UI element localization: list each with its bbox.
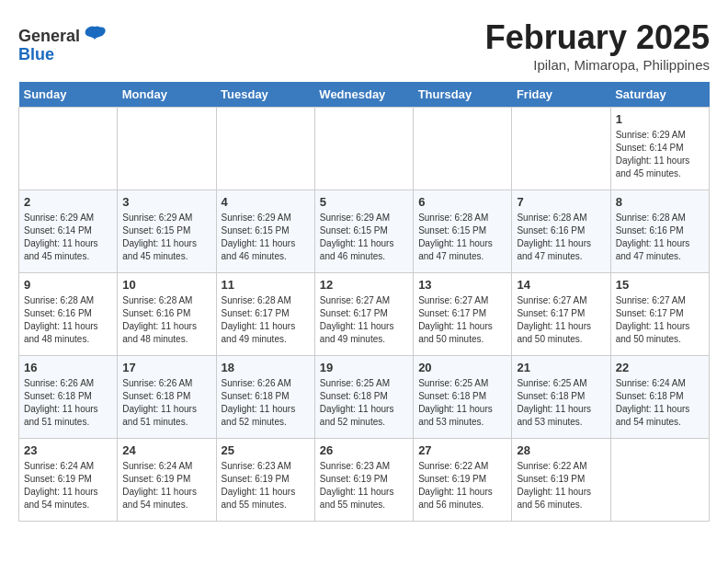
day-header-thursday: Thursday bbox=[414, 82, 512, 108]
cell-content: Sunrise: 6:27 AM Sunset: 6:17 PM Dayligh… bbox=[616, 294, 704, 346]
location-subtitle: Ipilan, Mimaropa, Philippines bbox=[485, 57, 710, 73]
cell-content: Sunrise: 6:25 AM Sunset: 6:18 PM Dayligh… bbox=[418, 377, 506, 429]
month-year-title: February 2025 bbox=[485, 18, 710, 57]
calendar-cell bbox=[610, 439, 709, 522]
day-number: 13 bbox=[418, 278, 506, 292]
logo: General Blue bbox=[18, 23, 109, 64]
cell-content: Sunrise: 6:27 AM Sunset: 6:17 PM Dayligh… bbox=[418, 294, 506, 346]
logo-general-text: General bbox=[18, 27, 80, 46]
calendar-cell: 6Sunrise: 6:28 AM Sunset: 6:15 PM Daylig… bbox=[414, 190, 512, 273]
calendar-cell: 19Sunrise: 6:25 AM Sunset: 6:18 PM Dayli… bbox=[314, 356, 413, 439]
cell-content: Sunrise: 6:24 AM Sunset: 6:19 PM Dayligh… bbox=[24, 460, 112, 511]
day-number: 14 bbox=[517, 278, 605, 292]
cell-content: Sunrise: 6:28 AM Sunset: 6:16 PM Dayligh… bbox=[24, 294, 112, 346]
cell-content: Sunrise: 6:25 AM Sunset: 6:18 PM Dayligh… bbox=[320, 377, 408, 429]
cell-content: Sunrise: 6:22 AM Sunset: 6:19 PM Dayligh… bbox=[517, 460, 605, 511]
cell-content: Sunrise: 6:26 AM Sunset: 6:18 PM Dayligh… bbox=[122, 377, 210, 429]
day-number: 2 bbox=[24, 195, 112, 209]
day-number: 10 bbox=[122, 278, 210, 292]
cell-content: Sunrise: 6:25 AM Sunset: 6:18 PM Dayligh… bbox=[517, 377, 605, 429]
day-header-friday: Friday bbox=[512, 82, 610, 108]
page-header: General Blue February 2025 Ipilan, Mimar… bbox=[18, 18, 710, 73]
day-number: 5 bbox=[320, 195, 408, 209]
cell-content: Sunrise: 6:28 AM Sunset: 6:15 PM Dayligh… bbox=[418, 212, 506, 263]
calendar-cell: 3Sunrise: 6:29 AM Sunset: 6:15 PM Daylig… bbox=[118, 190, 216, 273]
calendar-week-row: 16Sunrise: 6:26 AM Sunset: 6:18 PM Dayli… bbox=[19, 356, 710, 439]
cell-content: Sunrise: 6:29 AM Sunset: 6:14 PM Dayligh… bbox=[24, 212, 112, 263]
cell-content: Sunrise: 6:24 AM Sunset: 6:19 PM Dayligh… bbox=[122, 460, 210, 511]
day-number: 18 bbox=[222, 361, 310, 374]
day-header-saturday: Saturday bbox=[610, 82, 709, 108]
calendar-table: SundayMondayTuesdayWednesdayThursdayFrid… bbox=[18, 82, 710, 522]
cell-content: Sunrise: 6:26 AM Sunset: 6:18 PM Dayligh… bbox=[222, 377, 310, 429]
day-number: 26 bbox=[320, 443, 408, 457]
calendar-week-row: 23Sunrise: 6:24 AM Sunset: 6:19 PM Dayli… bbox=[19, 439, 710, 522]
calendar-cell: 14Sunrise: 6:27 AM Sunset: 6:17 PM Dayli… bbox=[512, 273, 610, 356]
day-number: 17 bbox=[122, 361, 210, 374]
calendar-cell: 22Sunrise: 6:24 AM Sunset: 6:18 PM Dayli… bbox=[610, 356, 709, 439]
cell-content: Sunrise: 6:23 AM Sunset: 6:19 PM Dayligh… bbox=[320, 460, 408, 511]
calendar-week-row: 1Sunrise: 6:29 AM Sunset: 6:14 PM Daylig… bbox=[19, 108, 710, 190]
day-header-wednesday: Wednesday bbox=[314, 82, 413, 108]
calendar-cell: 23Sunrise: 6:24 AM Sunset: 6:19 PM Dayli… bbox=[19, 439, 118, 522]
day-number: 22 bbox=[616, 361, 704, 374]
cell-content: Sunrise: 6:23 AM Sunset: 6:19 PM Dayligh… bbox=[222, 460, 310, 511]
day-number: 9 bbox=[24, 278, 112, 292]
calendar-cell: 20Sunrise: 6:25 AM Sunset: 6:18 PM Dayli… bbox=[414, 356, 512, 439]
calendar-cell: 16Sunrise: 6:26 AM Sunset: 6:18 PM Dayli… bbox=[19, 356, 118, 439]
calendar-week-row: 2Sunrise: 6:29 AM Sunset: 6:14 PM Daylig… bbox=[19, 190, 710, 273]
day-number: 15 bbox=[616, 278, 704, 292]
cell-content: Sunrise: 6:28 AM Sunset: 6:16 PM Dayligh… bbox=[122, 294, 210, 346]
cell-content: Sunrise: 6:29 AM Sunset: 6:15 PM Dayligh… bbox=[122, 212, 210, 263]
calendar-cell: 26Sunrise: 6:23 AM Sunset: 6:19 PM Dayli… bbox=[314, 439, 413, 522]
day-number: 25 bbox=[222, 443, 310, 457]
calendar-cell bbox=[216, 108, 314, 190]
calendar-cell: 15Sunrise: 6:27 AM Sunset: 6:17 PM Dayli… bbox=[610, 273, 709, 356]
day-number: 28 bbox=[517, 443, 605, 457]
calendar-header-row: SundayMondayTuesdayWednesdayThursdayFrid… bbox=[19, 82, 710, 108]
calendar-cell: 18Sunrise: 6:26 AM Sunset: 6:18 PM Dayli… bbox=[216, 356, 314, 439]
day-header-tuesday: Tuesday bbox=[216, 82, 314, 108]
logo-bird-icon bbox=[82, 23, 108, 49]
calendar-cell: 9Sunrise: 6:28 AM Sunset: 6:16 PM Daylig… bbox=[19, 273, 118, 356]
day-number: 4 bbox=[222, 195, 310, 209]
day-number: 24 bbox=[122, 443, 210, 457]
calendar-cell: 8Sunrise: 6:28 AM Sunset: 6:16 PM Daylig… bbox=[610, 190, 709, 273]
cell-content: Sunrise: 6:29 AM Sunset: 6:15 PM Dayligh… bbox=[222, 212, 310, 263]
day-number: 7 bbox=[517, 195, 605, 209]
day-number: 23 bbox=[24, 443, 112, 457]
calendar-cell: 5Sunrise: 6:29 AM Sunset: 6:15 PM Daylig… bbox=[314, 190, 413, 273]
cell-content: Sunrise: 6:28 AM Sunset: 6:16 PM Dayligh… bbox=[517, 212, 605, 263]
calendar-cell bbox=[118, 108, 216, 190]
calendar-cell: 4Sunrise: 6:29 AM Sunset: 6:15 PM Daylig… bbox=[216, 190, 314, 273]
cell-content: Sunrise: 6:24 AM Sunset: 6:18 PM Dayligh… bbox=[616, 377, 704, 429]
calendar-cell bbox=[512, 108, 610, 190]
calendar-cell: 10Sunrise: 6:28 AM Sunset: 6:16 PM Dayli… bbox=[118, 273, 216, 356]
title-block: February 2025 Ipilan, Mimaropa, Philippi… bbox=[485, 18, 710, 73]
calendar-cell: 25Sunrise: 6:23 AM Sunset: 6:19 PM Dayli… bbox=[216, 439, 314, 522]
cell-content: Sunrise: 6:29 AM Sunset: 6:14 PM Dayligh… bbox=[616, 129, 704, 180]
day-number: 3 bbox=[122, 195, 210, 209]
cell-content: Sunrise: 6:27 AM Sunset: 6:17 PM Dayligh… bbox=[517, 294, 605, 346]
calendar-cell: 11Sunrise: 6:28 AM Sunset: 6:17 PM Dayli… bbox=[216, 273, 314, 356]
calendar-cell: 2Sunrise: 6:29 AM Sunset: 6:14 PM Daylig… bbox=[19, 190, 118, 273]
calendar-cell bbox=[414, 108, 512, 190]
cell-content: Sunrise: 6:22 AM Sunset: 6:19 PM Dayligh… bbox=[418, 460, 506, 511]
cell-content: Sunrise: 6:27 AM Sunset: 6:17 PM Dayligh… bbox=[320, 294, 408, 346]
day-number: 8 bbox=[616, 195, 704, 209]
calendar-cell: 7Sunrise: 6:28 AM Sunset: 6:16 PM Daylig… bbox=[512, 190, 610, 273]
day-number: 6 bbox=[418, 195, 506, 209]
calendar-cell: 1Sunrise: 6:29 AM Sunset: 6:14 PM Daylig… bbox=[610, 108, 709, 190]
cell-content: Sunrise: 6:28 AM Sunset: 6:17 PM Dayligh… bbox=[222, 294, 310, 346]
cell-content: Sunrise: 6:26 AM Sunset: 6:18 PM Dayligh… bbox=[24, 377, 112, 429]
day-number: 27 bbox=[418, 443, 506, 457]
calendar-cell: 27Sunrise: 6:22 AM Sunset: 6:19 PM Dayli… bbox=[414, 439, 512, 522]
day-number: 19 bbox=[320, 361, 408, 374]
calendar-cell: 24Sunrise: 6:24 AM Sunset: 6:19 PM Dayli… bbox=[118, 439, 216, 522]
calendar-week-row: 9Sunrise: 6:28 AM Sunset: 6:16 PM Daylig… bbox=[19, 273, 710, 356]
calendar-cell: 13Sunrise: 6:27 AM Sunset: 6:17 PM Dayli… bbox=[414, 273, 512, 356]
day-number: 21 bbox=[517, 361, 605, 374]
day-number: 20 bbox=[418, 361, 506, 374]
day-number: 12 bbox=[320, 278, 408, 292]
calendar-cell: 17Sunrise: 6:26 AM Sunset: 6:18 PM Dayli… bbox=[118, 356, 216, 439]
